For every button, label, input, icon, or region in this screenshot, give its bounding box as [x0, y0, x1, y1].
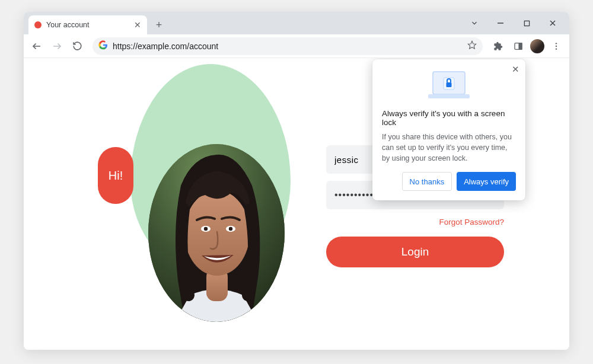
svg-rect-24 [447, 82, 452, 87]
popover-close-icon[interactable]: ✕ [512, 64, 519, 75]
tab-title: Your account [46, 21, 90, 29]
svg-point-19 [229, 227, 232, 231]
bookmark-star-icon[interactable] [467, 40, 477, 52]
popover-body: If you share this device with others, yo… [382, 132, 516, 164]
window-close-button[interactable] [540, 14, 566, 33]
svg-rect-9 [519, 43, 522, 49]
greeting-pill: Hi! [98, 147, 133, 204]
lock-laptop-icon [382, 65, 516, 107]
login-button[interactable]: Login [326, 237, 504, 267]
extensions-icon[interactable] [490, 38, 506, 55]
toolbar [24, 34, 569, 58]
popover-actions: No thanks Always verify [382, 172, 516, 191]
svg-marker-6 [468, 41, 476, 49]
page-content: Hi! [24, 58, 569, 350]
svg-rect-22 [428, 94, 470, 98]
close-tab-icon[interactable]: ✕ [134, 20, 141, 30]
svg-point-12 [556, 48, 557, 49]
reload-button[interactable] [69, 38, 85, 55]
tab-search-chevron-icon[interactable] [461, 14, 487, 33]
side-panel-icon[interactable] [510, 38, 527, 55]
no-thanks-button[interactable]: No thanks [402, 172, 452, 191]
svg-point-18 [204, 227, 208, 231]
user-photo [148, 144, 285, 322]
always-verify-button[interactable]: Always verify [457, 172, 516, 191]
profile-avatar-icon[interactable] [530, 39, 544, 53]
svg-point-11 [556, 45, 557, 46]
site-favicon-icon [98, 40, 108, 52]
tab-strip: Your account ✕ + [24, 12, 569, 34]
greeting-text: Hi! [109, 169, 123, 183]
hero-illustration: Hi! [89, 82, 291, 343]
url-input[interactable] [113, 41, 463, 51]
window-minimize-button[interactable] [487, 14, 514, 33]
screen-lock-prompt: ✕ Always verify it's you with a screen l… [372, 59, 525, 200]
address-bar[interactable] [93, 37, 483, 55]
back-button[interactable] [28, 38, 45, 55]
tab-your-account[interactable]: Your account ✕ [28, 15, 147, 34]
window-controls [461, 12, 566, 34]
forgot-password-row: Forgot Password? [326, 216, 504, 227]
browser-window: Your account ✕ + [24, 12, 569, 350]
svg-point-10 [556, 43, 557, 44]
favicon-dot-icon [34, 21, 42, 28]
popover-title: Always verify it's you with a screen loc… [382, 109, 516, 127]
svg-rect-1 [524, 21, 529, 25]
forgot-password-link[interactable]: Forgot Password? [439, 218, 504, 226]
window-maximize-button[interactable] [514, 14, 540, 33]
kebab-menu-icon[interactable] [548, 38, 565, 55]
forward-button[interactable] [49, 38, 65, 55]
new-tab-button[interactable]: + [151, 17, 167, 33]
